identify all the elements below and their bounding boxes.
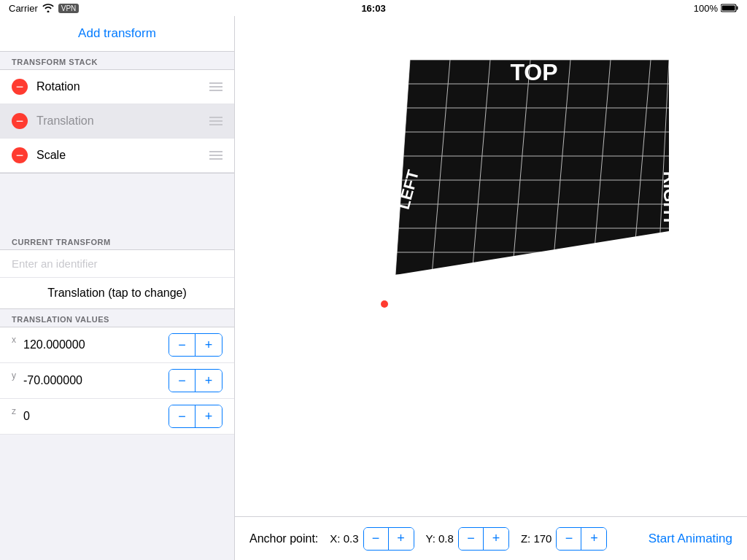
main-layout: Add transform TRANSFORM STACK Rotation T… (0, 16, 747, 560)
z-anchor-stepper: − + (556, 527, 607, 551)
bottom-bar: Anchor point: X: 0.3 − + Y: 0.8 − + Z: 1… (235, 516, 747, 560)
x-anchor-group: X: 0.3 − + (330, 527, 414, 551)
scale-drag-handle[interactable] (209, 151, 222, 160)
add-transform-button[interactable]: Add transform (0, 16, 234, 52)
translation-drag-handle[interactable] (209, 117, 222, 125)
anchor-label: Anchor point: (249, 532, 318, 545)
status-right: 100% (694, 3, 738, 14)
start-animating-button[interactable]: Start Animating (649, 532, 732, 546)
svg-rect-2 (722, 6, 735, 11)
cube-3d: TOP LEFT RIGHT BOTTOM (337, 52, 687, 300)
y-plus-button[interactable]: + (196, 370, 222, 392)
x-anchor-minus-button[interactable]: − (364, 528, 389, 550)
identifier-input[interactable] (0, 250, 234, 278)
z-anchor-minus-button[interactable]: − (557, 528, 581, 550)
z-anchor-label: Z: 170 (521, 532, 552, 545)
transform-item-translation[interactable]: Translation (0, 104, 234, 139)
x-minus-button[interactable]: − (169, 334, 196, 356)
y-anchor-label: Y: 0.8 (426, 532, 454, 545)
x-value: 120.000000 (23, 338, 169, 351)
z-value-row: z 0 − + (0, 399, 234, 435)
status-bar: Carrier VPN 16:03 100% (0, 0, 747, 16)
x-plus-button[interactable]: + (196, 334, 222, 356)
z-anchor-plus-button[interactable]: + (581, 528, 606, 550)
z-anchor-group: Z: 170 − + (521, 527, 608, 551)
y-axis-label: y (12, 369, 20, 381)
transform-type-button[interactable]: Translation (tap to change) (0, 278, 234, 308)
z-axis-label: z (12, 405, 20, 416)
translation-label: Translation (36, 114, 209, 128)
current-transform-header: CURRENT TRANSFORM (0, 232, 234, 249)
spacer (0, 174, 234, 232)
transform-item-scale[interactable]: Scale (0, 139, 234, 173)
current-transform-section: Translation (tap to change) (0, 249, 234, 309)
x-anchor-label: X: 0.3 (330, 532, 358, 545)
transform-stack-header: TRANSFORM STACK (0, 52, 234, 69)
z-value: 0 (23, 410, 169, 423)
status-left: Carrier VPN (9, 3, 79, 14)
x-value-row: x 120.000000 − + (0, 327, 234, 363)
rotation-drag-handle[interactable] (209, 82, 222, 91)
bottom-label: BOTTOM (514, 253, 584, 271)
remove-translation-button[interactable] (12, 113, 28, 129)
rotation-label: Rotation (36, 80, 209, 93)
y-minus-button[interactable]: − (169, 370, 196, 392)
red-dot (381, 300, 388, 308)
z-stepper: − + (169, 405, 222, 428)
svg-rect-1 (737, 7, 738, 10)
values-section: x 120.000000 − + y -70.000000 − + z 0 (0, 327, 234, 435)
right-label: RIGHT (660, 171, 680, 226)
transform-item-rotation[interactable]: Rotation (0, 70, 234, 104)
z-plus-button[interactable]: + (196, 405, 222, 427)
cube-top-face (395, 60, 669, 275)
canvas-area: TOP LEFT RIGHT BOTTOM Anchor point: X: 0… (235, 16, 747, 560)
x-anchor-stepper: − + (363, 527, 414, 551)
z-minus-button[interactable]: − (169, 405, 196, 427)
y-value-row: y -70.000000 − + (0, 363, 234, 399)
wifi-icon (42, 4, 54, 12)
remove-rotation-button[interactable] (12, 79, 28, 95)
sidebar: Add transform TRANSFORM STACK Rotation T… (0, 16, 235, 560)
x-stepper: − + (169, 333, 222, 357)
transform-stack: Rotation Translation Scale (0, 69, 234, 174)
vpn-badge: VPN (58, 4, 80, 13)
scale-label: Scale (36, 149, 209, 162)
status-time: 16:03 (361, 3, 385, 14)
x-axis-label: x (12, 333, 20, 345)
battery-label: 100% (694, 3, 718, 14)
carrier-label: Carrier (9, 3, 38, 14)
y-anchor-group: Y: 0.8 − + (426, 527, 509, 551)
y-anchor-minus-button[interactable]: − (459, 528, 484, 550)
remove-scale-button[interactable] (12, 147, 28, 163)
y-value: -70.000000 (23, 374, 169, 387)
y-anchor-stepper: − + (458, 527, 509, 551)
battery-icon (721, 4, 738, 12)
canvas-main[interactable]: TOP LEFT RIGHT BOTTOM (235, 16, 747, 516)
y-stepper: − + (169, 369, 222, 392)
top-label: TOP (510, 59, 557, 85)
y-anchor-plus-button[interactable]: + (484, 528, 508, 550)
x-anchor-plus-button[interactable]: + (389, 528, 414, 550)
translation-values-header: TRANSLATION VALUES (0, 309, 234, 327)
